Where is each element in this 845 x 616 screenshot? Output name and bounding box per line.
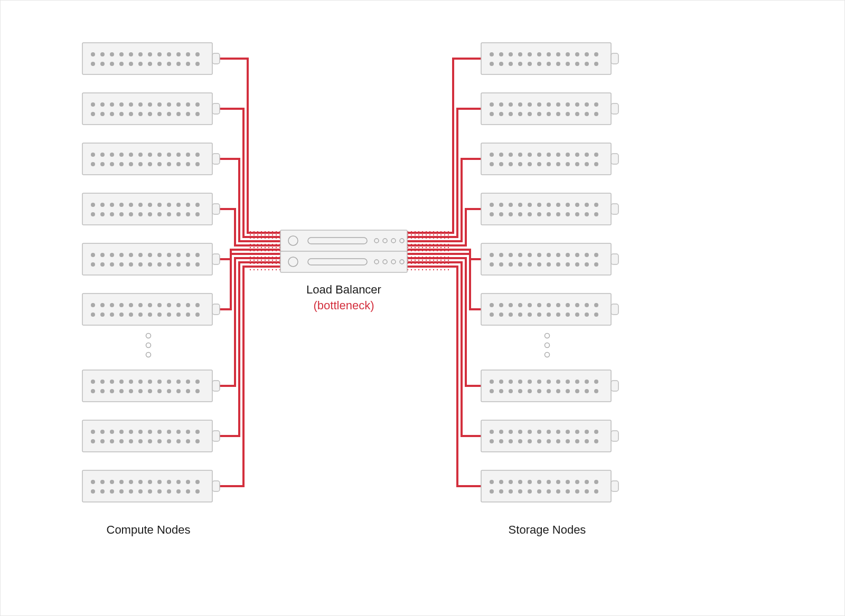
compute-node <box>82 143 220 175</box>
compute-node <box>82 293 220 325</box>
storage-node <box>481 93 618 125</box>
storage-nodes-column <box>481 43 618 502</box>
compute-node <box>82 93 220 125</box>
load-balancer <box>280 230 407 272</box>
load-balancer-label: Load Balancer <box>306 283 381 296</box>
wires-left <box>220 59 280 486</box>
storage-node <box>481 193 618 225</box>
compute-node <box>82 193 220 225</box>
compute-nodes-column <box>82 43 220 502</box>
storage-node <box>481 143 618 175</box>
ellipsis-icon <box>146 334 151 357</box>
ellipsis-icon <box>545 334 550 357</box>
storage-node <box>481 370 618 402</box>
storage-node <box>481 293 618 325</box>
storage-node <box>481 420 618 452</box>
compute-node <box>82 420 220 452</box>
load-balancer-unit <box>280 230 407 251</box>
compute-node <box>82 470 220 502</box>
compute-node <box>82 370 220 402</box>
diagram-frame: Load Balancer (bottleneck) Compute Nodes… <box>0 0 845 616</box>
storage-node <box>481 43 618 74</box>
storage-node <box>481 470 618 502</box>
diagram-svg: Load Balancer (bottleneck) Compute Nodes… <box>1 1 845 616</box>
bottleneck-label: (bottleneck) <box>314 299 374 312</box>
compute-node <box>82 43 220 74</box>
compute-nodes-label: Compute Nodes <box>107 523 191 536</box>
storage-nodes-label: Storage Nodes <box>509 523 586 536</box>
compute-node <box>82 243 220 275</box>
storage-node <box>481 243 618 275</box>
load-balancer-unit <box>280 251 407 272</box>
wires-right <box>407 59 481 486</box>
